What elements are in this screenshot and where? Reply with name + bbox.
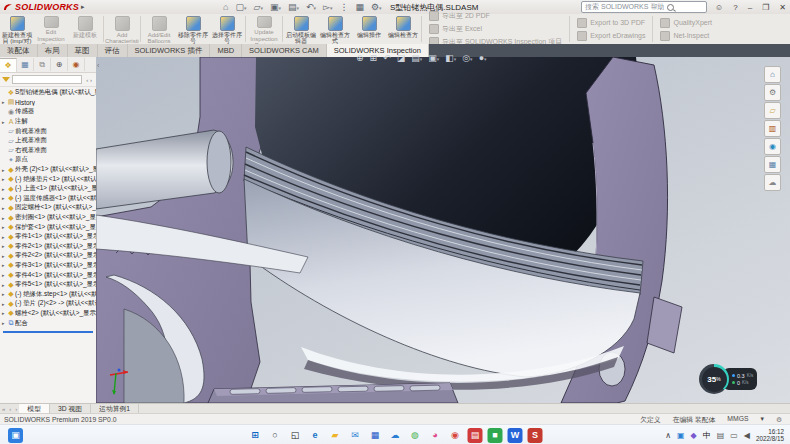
quick-toolbar-icon[interactable]: ▱▾	[253, 2, 262, 13]
tree-filter-input[interactable]	[12, 75, 82, 84]
quick-toolbar-icon[interactable]: ▣▾	[270, 2, 281, 13]
ribbon-tab[interactable]: 评估	[98, 44, 128, 57]
quick-toolbar-icon[interactable]: ↶▾	[306, 2, 316, 13]
taskbar-app-icon[interactable]: ○	[268, 428, 283, 443]
tree-item[interactable]: ▸ ◆ 螺栓<2> (默认<<默认>_显示状态	[0, 309, 96, 319]
tray-icon[interactable]: ◀	[744, 431, 750, 440]
tree-item[interactable]: ▸ ◆ (-) 绝缘体.step<1> (默认<<默认>	[0, 289, 96, 299]
taskbar-clock[interactable]: 16:12 2022/8/15	[756, 428, 784, 442]
ribbon-button[interactable]: 编辑检查方	[386, 14, 420, 44]
taskbar-app-icon[interactable]: ⊞	[248, 428, 263, 443]
quick-toolbar-icon[interactable]: ▤▾	[288, 2, 299, 13]
quick-toolbar-icon[interactable]: ▦	[355, 2, 364, 13]
widgets-icon[interactable]: ▣	[8, 428, 23, 443]
view-tool-icon[interactable]: ▤▾	[411, 52, 422, 65]
ribbon-tab[interactable]: SOLIDWORKS CAM	[242, 44, 327, 57]
ribbon-button[interactable]: 编辑操作	[352, 14, 386, 44]
tree-item[interactable]: ▸ ◆ 零件2<2> (默认<<默认>_显示状态	[0, 251, 96, 261]
minimize-button[interactable]: –	[746, 3, 754, 12]
taskbar-app-icon[interactable]: ✉	[348, 428, 363, 443]
task-pane-tab[interactable]: ▱	[764, 102, 781, 119]
tree-item[interactable]: ▸ ◆ (-) 垫片 (2)<2> -> (默认<<默认>_	[0, 299, 96, 309]
ribbon-tab[interactable]: 草图	[68, 44, 98, 57]
close-button[interactable]: ✕	[777, 3, 788, 12]
tree-item[interactable]: ▱ 前视基准面	[0, 126, 96, 136]
taskbar-app-icon[interactable]: W	[508, 428, 523, 443]
view-tool-icon[interactable]: ◎▾	[462, 52, 472, 65]
export-menu-item[interactable]: QualityXpert	[660, 18, 712, 28]
view-tab-nav-arrow[interactable]: «	[0, 406, 7, 412]
tree-item[interactable]: ▸ ◆ 零件3<1> (默认<<默认>_显示状态	[0, 261, 96, 271]
tree-item[interactable]: ▸ ◆ 零件5<1> (默认<<默认>_显示状态	[0, 280, 96, 290]
tray-icon[interactable]: ▣	[677, 431, 685, 440]
tree-item[interactable]: ▸ ◆ 零件2<1> (默认<<默认>_显示状态	[0, 242, 96, 252]
help-button[interactable]: ?	[731, 3, 739, 12]
status-options-gear-icon[interactable]: ⚙	[776, 416, 782, 424]
user-account-icon[interactable]: ☺	[713, 3, 725, 12]
task-pane-tab[interactable]: ⚙	[764, 84, 781, 101]
tree-item[interactable]: ▸ A 注解	[0, 117, 96, 127]
tree-item[interactable]: ⌖ 原点	[0, 155, 96, 165]
view-tool-icon[interactable]: ●▾	[479, 52, 487, 65]
search-icon[interactable]	[667, 4, 674, 11]
task-pane-tab[interactable]: ▥	[764, 120, 781, 137]
ribbon-button[interactable]: 编辑检查方式	[318, 14, 352, 44]
ribbon-tab[interactable]: MBD	[210, 44, 242, 57]
view-tool-icon[interactable]: ↶	[383, 52, 391, 65]
ribbon-tab[interactable]: 装配体	[0, 44, 38, 57]
tray-icon[interactable]: ◆	[691, 431, 697, 440]
taskbar-app-icon[interactable]: e	[308, 428, 323, 443]
ribbon-tab[interactable]: 布局	[38, 44, 68, 57]
tree-item[interactable]: ▸ ▤ History	[0, 98, 96, 108]
ribbon-tab[interactable]: SOLIDWORKS 插件	[128, 44, 211, 57]
panel-collapse-chevron[interactable]: ‹	[97, 62, 99, 69]
ribbon-button[interactable]: Edit Inspection Project	[34, 14, 68, 44]
panel-tab[interactable]: ⧉	[34, 58, 51, 71]
tree-item[interactable]: ▸ ◆ (-) 绝缘垫片<1> (默认<<默认>_显	[0, 174, 96, 184]
view-tool-icon[interactable]: ◧▾	[445, 52, 456, 65]
panel-tab[interactable]: ❖	[0, 58, 17, 72]
taskbar-app-icon[interactable]: ▰	[328, 428, 343, 443]
tree-item[interactable]: ▸ ◆ 外壳 (2)<1> (默认<<默认>_显示状	[0, 165, 96, 175]
tray-icon[interactable]: ▭	[730, 431, 738, 440]
tree-item[interactable]: ▸ ⧉ 配合	[0, 318, 96, 328]
view-tool-icon[interactable]: ◪	[397, 52, 406, 65]
tree-item[interactable]: ▸ ◆ 密封圈<1> (默认<<默认>_显示状	[0, 213, 96, 223]
ribbon-button[interactable]: 移除零件序号	[176, 14, 210, 44]
quick-toolbar-icon[interactable]: ⋮	[339, 2, 348, 13]
ribbon-button[interactable]: Update Inspection Project	[247, 14, 281, 44]
tree-item[interactable]: ◉ 传感器	[0, 107, 96, 117]
tray-icon[interactable]: ▤	[717, 431, 725, 440]
tree-item[interactable]: ▸ ◆ 零件1<1> (默认<<默认>_显示状态	[0, 232, 96, 242]
taskbar-app-icon[interactable]: ▦	[368, 428, 383, 443]
quick-toolbar-icon[interactable]: ▢▾	[235, 2, 246, 13]
performance-overlay-widget[interactable]: 0.3K/s 0K/s 35%	[699, 364, 759, 394]
task-pane-tab[interactable]: ⌂	[764, 66, 781, 83]
taskbar-app-icon[interactable]: ◉	[448, 428, 463, 443]
ribbon-button[interactable]: 选择零件序号	[210, 14, 244, 44]
cpu-usage-ring[interactable]: 35%	[699, 364, 729, 394]
tray-icon[interactable]: ∧	[665, 431, 671, 440]
tree-item[interactable]: ▸ ◆ 零件4<1> (默认<<默认>_显示状态	[0, 270, 96, 280]
quick-toolbar-icon[interactable]: ⚙▾	[371, 2, 382, 13]
task-pane-tab[interactable]: ▦	[764, 156, 781, 173]
taskbar-app-icon[interactable]: ▤	[468, 428, 483, 443]
tray-icon[interactable]: 中	[703, 430, 711, 441]
tree-item[interactable]: ▸ ◆ 固定螺栓<1> (默认<<默认>_显示状	[0, 203, 96, 213]
tree-item[interactable]: ▱ 上视基准面	[0, 136, 96, 146]
toolbar-flyout-arrow[interactable]: ▸	[81, 3, 85, 11]
view-tool-icon[interactable]: ▣▾	[428, 52, 439, 65]
task-pane-tab[interactable]: ☁	[764, 174, 781, 191]
taskbar-app-icon[interactable]: S	[528, 428, 543, 443]
export-menu-item[interactable]: 导出至 Excel	[429, 24, 562, 34]
export-menu-item[interactable]: Net-Inspect	[660, 31, 712, 41]
tree-item[interactable]: ▱ 右视基准面	[0, 146, 96, 156]
tree-item[interactable]: ▸ ◆ (-) 温度传感器<1> (默认<<默认>_	[0, 194, 96, 204]
panel-tab-nav[interactable]: ‹ ›	[84, 77, 94, 83]
graphics-viewport[interactable]	[96, 57, 790, 403]
ribbon-button[interactable]: 新建检查项目 (imp/对)	[0, 14, 34, 44]
tree-item[interactable]: ▸ ◆ 保护套<1> (默认<<默认>_显示状	[0, 222, 96, 232]
ribbon-button[interactable]: 新建模板	[68, 14, 102, 44]
taskbar-app-icon[interactable]: ☁	[388, 428, 403, 443]
restore-button[interactable]: ❐	[760, 3, 771, 12]
